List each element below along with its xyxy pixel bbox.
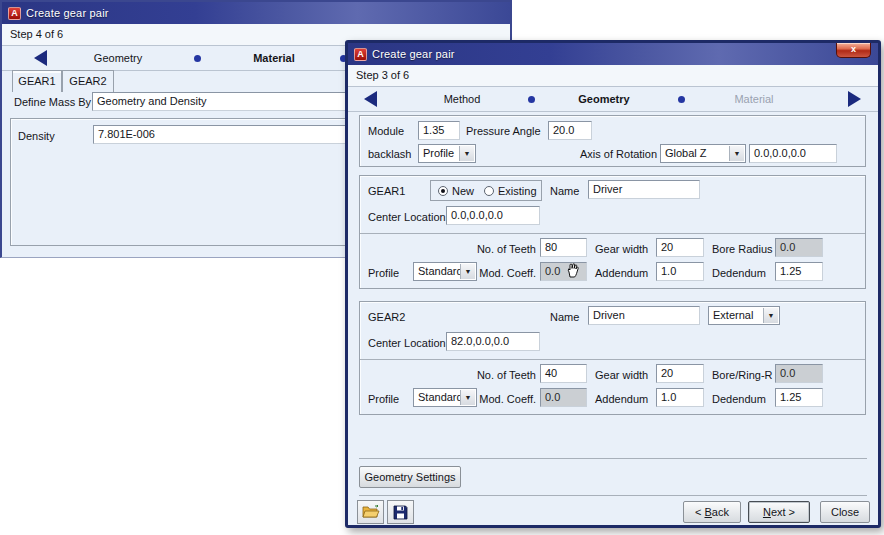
gear2-center-label: Center Location [368, 334, 446, 352]
divider [360, 233, 865, 234]
window-title: Create gear pair [372, 48, 455, 60]
gear1-profile-selected-value: Standard [418, 263, 463, 280]
gear1-groupbox: GEAR1 New Existing Name Driver Center Lo… [359, 175, 866, 289]
gear2-gearwidth-field[interactable]: 20 [656, 364, 704, 383]
axis-of-rotation-label: Axis of Rotation [580, 145, 657, 163]
gear1-bore-label: Bore Radius [712, 240, 773, 258]
open-folder-icon [362, 505, 380, 519]
back-button[interactable]: < Back [683, 501, 741, 523]
create-gear-pair-dialog-step3: A Create gear pair x Step 3 of 6 Method … [345, 40, 881, 528]
gear1-modcoeff-field: 0.0 [540, 262, 587, 281]
gear2-dedendum-label: Dedendum [712, 390, 766, 408]
gear2-teeth-field[interactable]: 40 [540, 364, 587, 383]
tab-gear1[interactable]: GEAR1 [12, 70, 62, 92]
global-params-groupbox: Module 1.35 Pressure Angle 20.0 backlash… [359, 115, 866, 167]
geometry-settings-button[interactable]: Geometry Settings [359, 466, 461, 488]
gear2-gearwidth-label: Gear width [595, 366, 648, 384]
gear2-type-select[interactable]: External ▼ [708, 306, 780, 325]
divider [360, 359, 865, 360]
gear2-profile-selected-value: Standard [418, 389, 463, 406]
gear2-name-label: Name [550, 308, 579, 326]
gear2-modcoeff-field: 0.0 [540, 388, 587, 407]
gear1-modcoeff-label: Mod. Coeff. [460, 264, 536, 282]
gear1-name-label: Name [550, 182, 579, 200]
open-file-button[interactable] [357, 500, 384, 524]
divider [359, 495, 867, 496]
gear2-profile-label: Profile [368, 390, 399, 408]
axis-point-field[interactable]: 0.0,0.0,0.0 [749, 144, 837, 163]
gear1-gearwidth-field[interactable]: 20 [656, 238, 704, 257]
backlash-label: backlash [368, 145, 411, 163]
gear2-modcoeff-label: Mod. Coeff. [460, 390, 536, 408]
close-icon[interactable]: x [836, 43, 871, 58]
step-indicator: Step 3 of 6 [348, 65, 878, 87]
gear2-section-label: GEAR2 [368, 308, 405, 326]
window-title: Create gear pair [26, 7, 109, 19]
gear1-addendum-label: Addendum [595, 264, 648, 282]
axis-of-rotation-select[interactable]: Global Z ▼ [660, 144, 746, 163]
axis-selected-value: Global Z [665, 145, 707, 162]
back-button-label-rest: ack [712, 506, 729, 518]
backlash-select[interactable]: Profile ▼ [418, 144, 476, 163]
tab-gear2[interactable]: GEAR2 [62, 70, 114, 92]
chevron-down-icon[interactable]: ▼ [459, 146, 474, 161]
pressure-angle-field[interactable]: 20.0 [548, 121, 592, 140]
module-label: Module [368, 122, 404, 140]
title-bar[interactable]: A Create gear pair [2, 2, 510, 24]
next-button-label-rest: ext > [771, 506, 795, 518]
gear2-name-field[interactable]: Driven [588, 306, 700, 325]
wizard-prev-icon[interactable] [364, 91, 377, 107]
save-button[interactable] [387, 500, 414, 524]
wizard-prev-icon[interactable] [34, 50, 47, 66]
wizard-step-geometry[interactable]: Geometry [558, 93, 650, 105]
wizard-dot-icon [528, 96, 535, 103]
wizard-dot-icon [678, 96, 685, 103]
gear1-dedendum-field[interactable]: 1.25 [775, 262, 823, 281]
app-icon: A [354, 48, 367, 61]
wizard-next-icon[interactable] [848, 91, 861, 107]
define-mass-by-label: Define Mass By [14, 93, 91, 111]
gear1-teeth-field[interactable]: 80 [540, 238, 587, 257]
wizard-step-method[interactable]: Method [416, 93, 508, 105]
chevron-down-icon[interactable]: ▼ [763, 308, 778, 323]
radio-new[interactable]: New [438, 185, 474, 197]
radio-existing[interactable]: Existing [484, 185, 537, 197]
wizard-step-material[interactable]: Material [228, 52, 320, 64]
wizard-nav: Method Geometry Material [348, 87, 878, 112]
gear1-name-field[interactable]: Driver [588, 180, 700, 199]
gear1-profile-label: Profile [368, 264, 399, 282]
back-button-mnemonic: B [705, 506, 712, 518]
backlash-selected-value: Profile [423, 145, 454, 162]
gear2-type-selected-value: External [713, 307, 753, 324]
gear1-bore-field: 0.0 [775, 238, 823, 257]
gear1-dedendum-label: Dedendum [712, 264, 766, 282]
app-icon: A [8, 7, 21, 20]
radio-existing-label: Existing [498, 185, 537, 197]
next-button[interactable]: Next > [748, 501, 810, 523]
chevron-down-icon[interactable]: ▼ [729, 146, 744, 161]
wizard-dot-icon [194, 55, 201, 62]
divider [359, 458, 867, 459]
gear1-section-label: GEAR1 [368, 182, 405, 200]
gear2-teeth-label: No. of Teeth [460, 366, 536, 384]
module-field[interactable]: 1.35 [418, 121, 460, 140]
wizard-step-geometry[interactable]: Geometry [70, 52, 166, 64]
gear2-groupbox: GEAR2 Name Driven External ▼ Center Loca… [359, 301, 866, 415]
radio-new-label: New [452, 185, 474, 197]
gear1-center-label: Center Location [368, 208, 446, 226]
pressure-angle-label: Pressure Angle [466, 122, 541, 140]
gear1-addendum-field[interactable]: 1.0 [656, 262, 704, 281]
gear2-addendum-field[interactable]: 1.0 [656, 388, 704, 407]
gear2-bore-field: 0.0 [775, 364, 823, 383]
gear1-gearwidth-label: Gear width [595, 240, 648, 258]
gear1-center-field[interactable]: 0.0,0.0,0.0 [446, 206, 540, 225]
radio-selected-icon [438, 186, 448, 196]
next-button-mnemonic: N [763, 506, 771, 518]
title-bar[interactable]: A Create gear pair x [348, 43, 878, 65]
gear1-teeth-label: No. of Teeth [460, 240, 536, 258]
gear2-center-field[interactable]: 82.0,0.0,0.0 [446, 332, 540, 351]
gear2-bore-label: Bore/Ring-R [712, 366, 773, 384]
gear2-dedendum-field[interactable]: 1.25 [775, 388, 823, 407]
close-button[interactable]: Close [820, 501, 870, 523]
gear2-addendum-label: Addendum [595, 390, 648, 408]
